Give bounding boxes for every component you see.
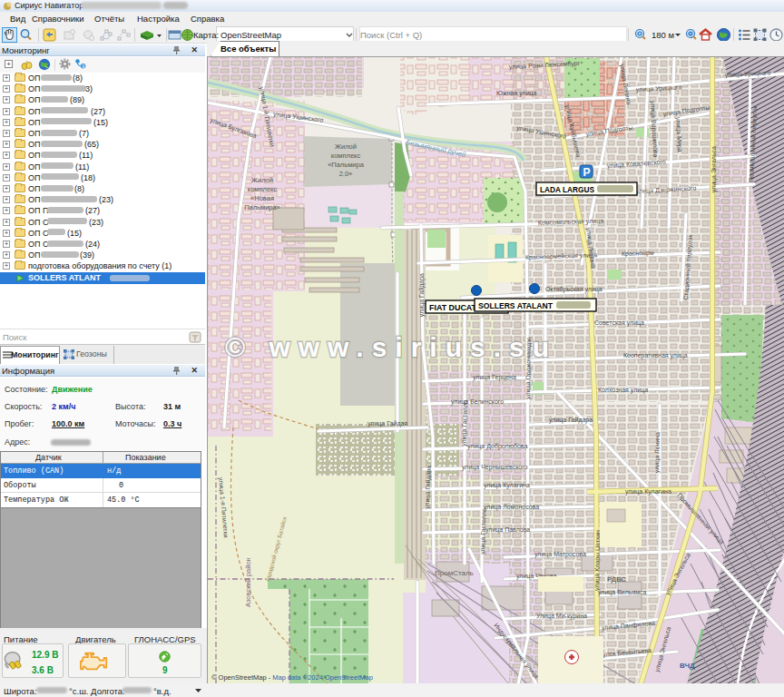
svg-text:улица Белинского: улица Белинского [451,398,504,406]
svg-text:SOLLERS ATALANT: SOLLERS ATALANT [478,300,553,310]
svg-text:улица Герцена: улица Герцена [473,374,516,381]
svg-text:Кооперативная улица: Кооперативная улица [623,352,688,359]
svg-text:улица Гайдара: улица Гайдара [418,273,426,317]
svg-text:Колхозная улица: Колхозная улица [598,387,648,394]
svg-text:P: P [583,166,591,179]
svg-text:Советская улица: Советская улица [594,319,644,327]
svg-text:Жилой: Жилой [251,176,273,184]
svg-text:ПромСталь: ПромСталь [435,569,474,577]
svg-text:улица Гайдая: улица Гайдая [368,420,407,427]
svg-text:Улица Ми-курина: Улица Ми-курина [536,613,587,620]
svg-text:«Пальмира: «Пальмира [328,161,365,169]
svg-text:комплекс: комплекс [248,185,278,193]
svg-text:улица Гайдара: улица Гайдара [549,417,593,424]
svg-text:комплекс: комплекс [331,152,361,160]
svg-text:РДВС: РДВС [607,575,626,584]
svg-text:улица Чернышевского: улица Чернышевского [462,464,528,471]
svg-text:улица Павлова: улица Павлова [485,526,530,534]
svg-text:Октябрьская улица: Октябрьская улица [545,286,603,293]
svg-text:улица Кулагина: улица Кулагина [484,482,530,489]
svg-text:Азовский район: Азовский район [244,557,252,607]
svg-text:2.0»: 2.0» [339,170,353,178]
svg-text:улица Энгельса: улица Энгельса [710,146,718,192]
svg-text:© www.sirius.su: © www.sirius.su [225,332,557,362]
svg-text:улица Матросова: улица Матросова [534,551,586,558]
svg-text:ВЧД: ВЧД [680,662,695,670]
svg-text:LADA LARGUS: LADA LARGUS [540,184,594,194]
svg-text:FIAT DUCAT: FIAT DUCAT [429,302,476,312]
svg-text:© OpenStreetMap - Map data ©20: © OpenStreetMap - Map data ©2024 OpenStr… [211,673,373,682]
svg-text:улица Ломоносова: улица Ломоносова [484,504,539,511]
svg-text:«Новая: «Новая [250,194,274,202]
svg-text:Жилой: Жилой [335,142,357,151]
svg-text:Южная улица: Южная улица [496,90,537,97]
svg-text:улица Вильямса: улица Вильямса [598,589,647,596]
svg-text:улица Кулагина: улица Кулагина [625,488,671,496]
svg-text:улица Добролюбова: улица Добролюбова [467,443,527,450]
svg-text:Пальмира»: Пальмира» [244,203,280,211]
svg-text:9: 9 [82,63,85,69]
